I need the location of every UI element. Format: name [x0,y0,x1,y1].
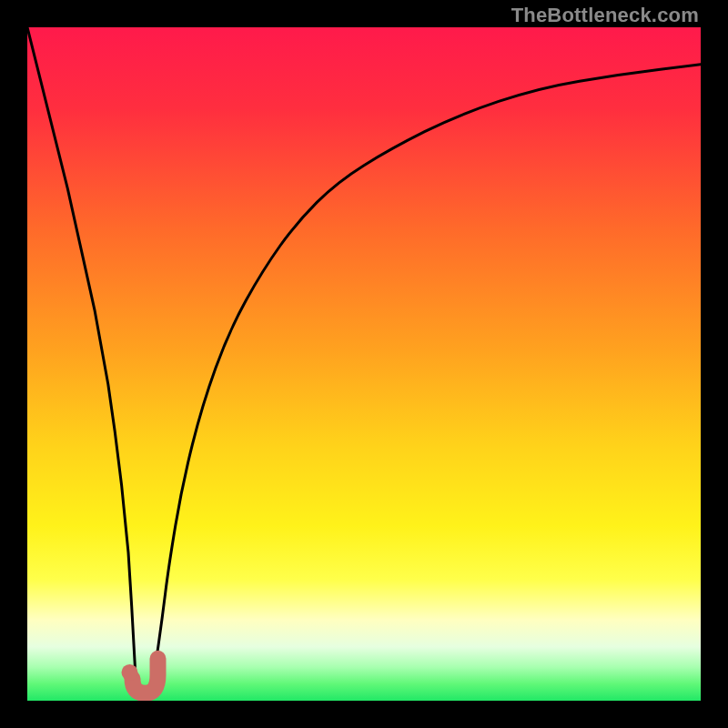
chart-frame: TheBottleneck.com [0,0,728,728]
curve-layer [27,27,701,701]
watermark-text: TheBottleneck.com [511,4,699,27]
highlight-dot [121,664,137,681]
curve-right-branch [156,65,701,667]
curve-left-branch [27,27,135,667]
plot-area [27,27,701,701]
